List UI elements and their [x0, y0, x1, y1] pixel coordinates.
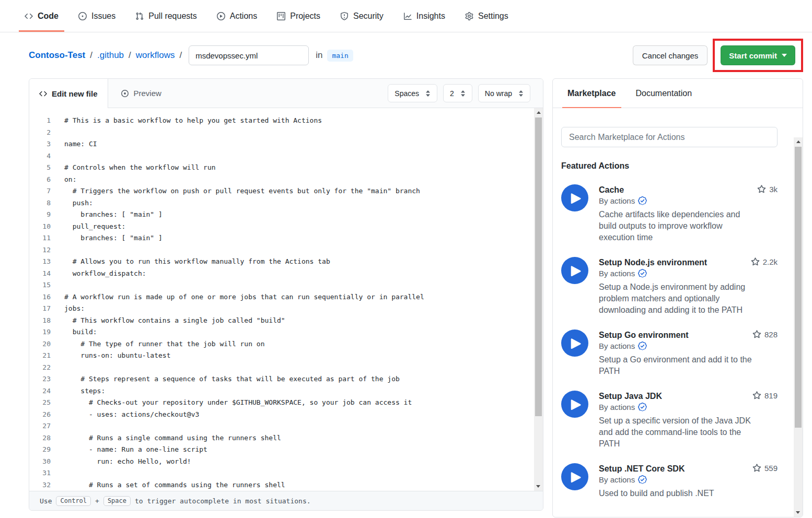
line-text: push:	[64, 197, 93, 209]
line-text: jobs:	[64, 303, 85, 315]
code-line[interactable]: 22	[29, 362, 543, 374]
line-text: # Allows you to run this workflow manual…	[64, 256, 330, 268]
tab-marketplace[interactable]: Marketplace	[567, 79, 616, 108]
tab-security[interactable]: Security	[334, 0, 389, 32]
tab-code[interactable]: Code	[19, 0, 64, 32]
tab-edit-new-file[interactable]: Edit new file	[29, 79, 108, 108]
marketplace-action-item[interactable]: Setup .NET Core SDK By actions 559 Used …	[561, 463, 778, 499]
code-line[interactable]: 21 runs-on: ubuntu-latest	[29, 350, 543, 362]
tab-settings-label: Settings	[478, 11, 508, 21]
line-text: # Triggers the workflow on push or pull …	[64, 185, 420, 197]
code-line[interactable]: 14 workflow_dispatch:	[29, 268, 543, 280]
scroll-up-arrow-icon[interactable]	[537, 111, 541, 114]
code-line[interactable]: 31	[29, 467, 543, 479]
code-line[interactable]: 28 # Runs a single command using the run…	[29, 432, 543, 444]
action-description: Used to build and publish .NET	[599, 488, 758, 499]
action-title[interactable]: Setup Java JDK	[599, 391, 778, 402]
code-line[interactable]: 10 pull_request:	[29, 221, 543, 233]
breadcrumb-dir-workflows-link[interactable]: workflows	[136, 50, 175, 61]
action-title[interactable]: Setup .NET Core SDK	[599, 463, 778, 474]
marketplace-action-item[interactable]: Setup Go environment By actions 828 Setu…	[561, 329, 778, 377]
wrap-mode-select[interactable]: No wrap	[478, 84, 530, 102]
code-line[interactable]: 4	[29, 150, 543, 162]
code-line[interactable]: 16 # A workflow run is made up of one or…	[29, 291, 543, 303]
line-number: 6	[29, 174, 64, 186]
graph-icon	[403, 12, 412, 20]
code-line[interactable]: 7 # Triggers the workflow on push or pul…	[29, 185, 543, 197]
sidebar-scrollbar-thumb[interactable]	[795, 147, 802, 428]
editor-scrollbar[interactable]	[534, 108, 543, 491]
code-line[interactable]: 3 name: CI	[29, 138, 543, 150]
code-line[interactable]: 30 run: echo Hello, world!	[29, 456, 543, 468]
code-line[interactable]: 11 branches: [ "main" ]	[29, 232, 543, 244]
cancel-changes-button[interactable]: Cancel changes	[633, 45, 708, 65]
scroll-down-arrow-icon[interactable]	[796, 511, 800, 514]
indent-mode-value: Spaces	[395, 89, 419, 98]
code-line[interactable]: 12	[29, 244, 543, 256]
code-line[interactable]: 25 # Checks-out your repository under $G…	[29, 397, 543, 409]
star-count: 3k	[757, 185, 778, 194]
indent-mode-select[interactable]: Spaces	[388, 84, 437, 102]
line-text: - uses: actions/checkout@v3	[64, 409, 199, 421]
branch-badge: main	[327, 50, 353, 62]
tab-settings[interactable]: Settings	[459, 0, 514, 32]
code-line[interactable]: 27	[29, 420, 543, 432]
tab-insights[interactable]: Insights	[398, 0, 451, 32]
code-line[interactable]: 8 push:	[29, 197, 543, 209]
line-number: 26	[29, 409, 64, 421]
star-count: 559	[752, 464, 778, 473]
sidebar-scrollbar[interactable]	[794, 137, 803, 517]
code-line[interactable]: 2	[29, 127, 543, 139]
code-line[interactable]: 23 # Steps represent a sequence of tasks…	[29, 373, 543, 385]
code-line[interactable]: 17 jobs:	[29, 303, 543, 315]
code-line[interactable]: 32 # Runs a set of commands using the ru…	[29, 479, 543, 491]
tab-preview[interactable]: Preview	[111, 79, 171, 108]
repo-nav: Code Issues Pull requests Actions Projec…	[0, 0, 812, 32]
breadcrumb: Contoso-Test / .github / workflows / in …	[29, 45, 353, 65]
code-line[interactable]: 26 - uses: actions/checkout@v3	[29, 409, 543, 421]
marketplace-search-input[interactable]	[561, 127, 778, 147]
action-byline: By actions	[599, 475, 778, 484]
code-line[interactable]: 20 # The type of runner that the job wil…	[29, 338, 543, 350]
indent-size-select[interactable]: 2	[443, 84, 472, 102]
verified-badge-icon	[638, 269, 647, 278]
line-number: 1	[29, 115, 64, 127]
marketplace-action-item[interactable]: Setup Node.js environment By actions 2.2…	[561, 257, 778, 316]
action-description: Set up a specific version of the Java JD…	[599, 415, 758, 450]
code-line[interactable]: 24 steps:	[29, 385, 543, 397]
code-line[interactable]: 5 # Controls when the workflow will run	[29, 162, 543, 174]
tab-issues[interactable]: Issues	[73, 0, 121, 32]
scroll-down-arrow-icon[interactable]	[536, 485, 540, 488]
code-line[interactable]: 29 - name: Run a one-line script	[29, 444, 543, 456]
code-line[interactable]: 18 # This workflow contains a single job…	[29, 315, 543, 327]
start-commit-button[interactable]: Start commit	[721, 45, 795, 65]
line-number: 21	[29, 350, 64, 362]
code-line[interactable]: 15	[29, 279, 543, 291]
code-editor[interactable]: 1 # This is a basic workflow to help you…	[29, 108, 543, 491]
marketplace-action-item[interactable]: Setup Java JDK By actions 819 Set up a s…	[561, 391, 778, 450]
code-line[interactable]: 9 branches: [ "main" ]	[29, 209, 543, 221]
line-number: 25	[29, 397, 64, 409]
filename-input[interactable]	[189, 45, 309, 65]
marketplace-action-item[interactable]: Cache By actions 3k Cache artifacts like…	[561, 184, 778, 243]
tab-documentation[interactable]: Documentation	[636, 79, 692, 108]
line-text: # Runs a set of commands using the runne…	[64, 479, 285, 491]
code-line[interactable]: 19 build:	[29, 326, 543, 338]
project-icon	[277, 12, 285, 20]
scroll-up-arrow-icon[interactable]	[796, 140, 801, 143]
byline-text: By actions	[599, 342, 635, 350]
action-title[interactable]: Setup Go environment	[599, 329, 778, 340]
tab-preview-label: Preview	[134, 89, 161, 98]
tab-actions[interactable]: Actions	[211, 0, 263, 32]
breadcrumb-dir-github-link[interactable]: .github	[97, 50, 124, 61]
tab-projects[interactable]: Projects	[271, 0, 326, 32]
action-title[interactable]: Cache	[599, 184, 778, 195]
line-text: # Runs a single command using the runner…	[64, 432, 281, 444]
tab-pull-requests[interactable]: Pull requests	[130, 0, 203, 32]
code-line[interactable]: 6 on:	[29, 174, 543, 186]
breadcrumb-repo-link[interactable]: Contoso-Test	[29, 50, 85, 61]
code-line[interactable]: 1 # This is a basic workflow to help you…	[29, 115, 543, 127]
code-line[interactable]: 13 # Allows you to run this workflow man…	[29, 256, 543, 268]
editor-scrollbar-thumb[interactable]	[535, 117, 542, 416]
play-circle-icon	[217, 12, 225, 20]
